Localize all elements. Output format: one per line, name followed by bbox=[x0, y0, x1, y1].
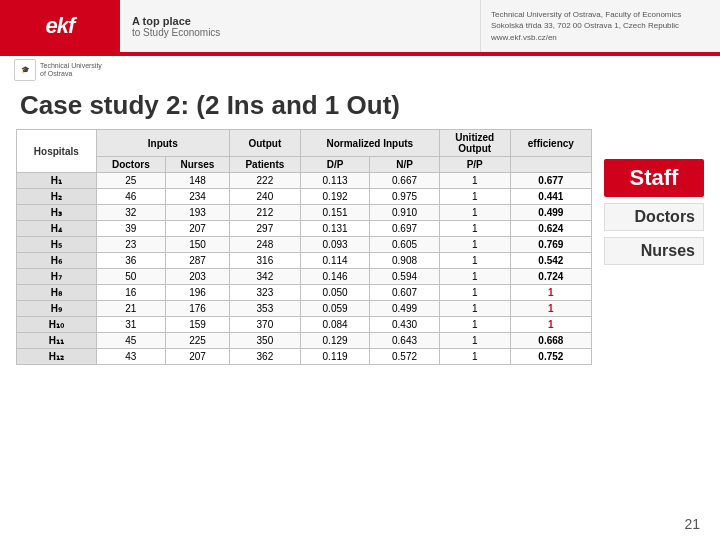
cell-np: 0.975 bbox=[370, 189, 439, 205]
cell-pp: 1 bbox=[439, 317, 510, 333]
cell-nurses: 225 bbox=[166, 333, 230, 349]
cell-nurses: 148 bbox=[166, 173, 230, 189]
cell-patients: 342 bbox=[229, 269, 300, 285]
cell-doctors: 39 bbox=[96, 221, 165, 237]
cell-doctors: 31 bbox=[96, 317, 165, 333]
right-panel: Staff Doctors Nurses bbox=[604, 129, 704, 365]
uni-line2: Sokolská třída 33, 702 00 Ostrava 1, Cze… bbox=[491, 20, 720, 31]
table-row: H₇ 50 203 342 0.146 0.594 1 0.724 bbox=[17, 269, 592, 285]
cell-efficiency: 0.499 bbox=[510, 205, 591, 221]
cell-patients: 323 bbox=[229, 285, 300, 301]
cell-doctors: 23 bbox=[96, 237, 165, 253]
cell-dp: 0.059 bbox=[300, 301, 369, 317]
uni-line3: www.ekf.vsb.cz/en bbox=[491, 32, 720, 43]
cell-doctors: 45 bbox=[96, 333, 165, 349]
cell-dp: 0.084 bbox=[300, 317, 369, 333]
table-row: H₁₀ 31 159 370 0.084 0.430 1 1 bbox=[17, 317, 592, 333]
cell-pp: 1 bbox=[439, 301, 510, 317]
cell-efficiency: 0.752 bbox=[510, 349, 591, 365]
table-row: H₁₂ 43 207 362 0.119 0.572 1 0.752 bbox=[17, 349, 592, 365]
page-title-section: Case study 2: (2 Ins and 1 Out) bbox=[0, 84, 720, 125]
cell-efficiency: 1 bbox=[510, 285, 591, 301]
cell-np: 0.594 bbox=[370, 269, 439, 285]
cell-np: 0.910 bbox=[370, 205, 439, 221]
table-row: H₁ 25 148 222 0.113 0.667 1 0.677 bbox=[17, 173, 592, 189]
cell-np: 0.643 bbox=[370, 333, 439, 349]
tagline2: to Study Economics bbox=[132, 27, 480, 38]
cell-nurses: 193 bbox=[166, 205, 230, 221]
cell-pp: 1 bbox=[439, 269, 510, 285]
cell-efficiency: 0.441 bbox=[510, 189, 591, 205]
cell-np: 0.697 bbox=[370, 221, 439, 237]
cell-patients: 362 bbox=[229, 349, 300, 365]
cell-doctors: 32 bbox=[96, 205, 165, 221]
staff-title: Staff bbox=[604, 159, 704, 197]
h-label: H₇ bbox=[17, 269, 97, 285]
cell-np: 0.499 bbox=[370, 301, 439, 317]
cell-nurses: 159 bbox=[166, 317, 230, 333]
inputs-header: Inputs bbox=[96, 130, 229, 157]
cell-np: 0.667 bbox=[370, 173, 439, 189]
table-row: H₁₁ 45 225 350 0.129 0.643 1 0.668 bbox=[17, 333, 592, 349]
uni-line1: Technical University of Ostrava, Faculty… bbox=[491, 9, 720, 20]
university-badge: 🎓 Technical Universityof Ostrava bbox=[14, 59, 102, 81]
university-info: Technical University of Ostrava, Faculty… bbox=[480, 0, 720, 52]
page-title: Case study 2: (2 Ins and 1 Out) bbox=[20, 90, 700, 121]
table-header-group: Hospitals Inputs Output Normalized Input… bbox=[17, 130, 592, 157]
h-label: H₁ bbox=[17, 173, 97, 189]
cell-dp: 0.129 bbox=[300, 333, 369, 349]
cell-pp: 1 bbox=[439, 237, 510, 253]
cell-doctors: 21 bbox=[96, 301, 165, 317]
cell-patients: 350 bbox=[229, 333, 300, 349]
col-np: N/P bbox=[370, 157, 439, 173]
cell-dp: 0.093 bbox=[300, 237, 369, 253]
h-label: H₁₀ bbox=[17, 317, 97, 333]
table-body: H₁ 25 148 222 0.113 0.667 1 0.677 H₂ 46 … bbox=[17, 173, 592, 365]
cell-np: 0.605 bbox=[370, 237, 439, 253]
table-row: H₃ 32 193 212 0.151 0.910 1 0.499 bbox=[17, 205, 592, 221]
h-label: H₁₁ bbox=[17, 333, 97, 349]
cell-pp: 1 bbox=[439, 253, 510, 269]
cell-dp: 0.114 bbox=[300, 253, 369, 269]
cell-doctors: 16 bbox=[96, 285, 165, 301]
cell-dp: 0.192 bbox=[300, 189, 369, 205]
tagline1: A top place bbox=[132, 15, 480, 27]
cell-pp: 1 bbox=[439, 285, 510, 301]
cell-nurses: 287 bbox=[166, 253, 230, 269]
header-tagline: A top place to Study Economics bbox=[120, 0, 480, 52]
cell-dp: 0.050 bbox=[300, 285, 369, 301]
cell-patients: 212 bbox=[229, 205, 300, 221]
table-row: H₅ 23 150 248 0.093 0.605 1 0.769 bbox=[17, 237, 592, 253]
cell-patients: 370 bbox=[229, 317, 300, 333]
cell-nurses: 207 bbox=[166, 221, 230, 237]
staff-nurses: Nurses bbox=[604, 237, 704, 265]
cell-pp: 1 bbox=[439, 205, 510, 221]
cell-doctors: 43 bbox=[96, 349, 165, 365]
hospitals-header: Hospitals bbox=[17, 130, 97, 173]
logo-area: ekf bbox=[0, 0, 120, 52]
cell-pp: 1 bbox=[439, 333, 510, 349]
table-row: H₆ 36 287 316 0.114 0.908 1 0.542 bbox=[17, 253, 592, 269]
data-table: Hospitals Inputs Output Normalized Input… bbox=[16, 129, 592, 365]
cell-patients: 240 bbox=[229, 189, 300, 205]
cell-pp: 1 bbox=[439, 189, 510, 205]
cell-np: 0.572 bbox=[370, 349, 439, 365]
cell-efficiency: 0.542 bbox=[510, 253, 591, 269]
cell-efficiency: 0.724 bbox=[510, 269, 591, 285]
page-number: 21 bbox=[684, 516, 700, 532]
cell-nurses: 196 bbox=[166, 285, 230, 301]
h-label: H₁₂ bbox=[17, 349, 97, 365]
table-row: H₈ 16 196 323 0.050 0.607 1 1 bbox=[17, 285, 592, 301]
h-label: H₃ bbox=[17, 205, 97, 221]
efficiency-header: efficiency bbox=[510, 130, 591, 157]
cell-pp: 1 bbox=[439, 173, 510, 189]
h-label: H₅ bbox=[17, 237, 97, 253]
cell-doctors: 50 bbox=[96, 269, 165, 285]
cell-efficiency: 1 bbox=[510, 301, 591, 317]
badge-icon: 🎓 bbox=[14, 59, 36, 81]
cell-efficiency: 0.769 bbox=[510, 237, 591, 253]
cell-dp: 0.113 bbox=[300, 173, 369, 189]
table-row: H₉ 21 176 353 0.059 0.499 1 1 bbox=[17, 301, 592, 317]
cell-dp: 0.151 bbox=[300, 205, 369, 221]
col-doctors: Doctors bbox=[96, 157, 165, 173]
